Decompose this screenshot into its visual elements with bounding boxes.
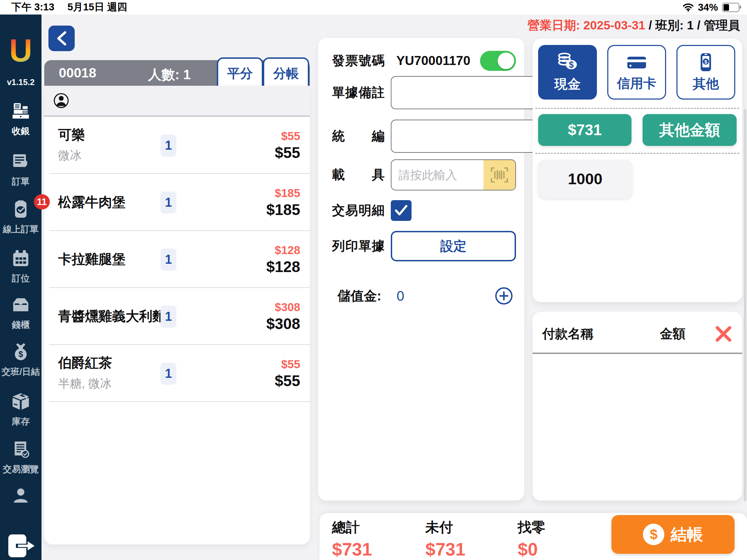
reservation-calendar-icon (11, 249, 30, 270)
item-qty[interactable]: 1 (160, 192, 176, 214)
barcode-scan-button[interactable] (483, 160, 515, 190)
sidebar-item-label: 交易瀏覽 (3, 463, 39, 475)
business-date: 營業日期: 2025-03-31 (527, 18, 645, 32)
order-item-row[interactable]: 青醬燻雞義大利麵 1 $308 $308 (44, 288, 310, 345)
guest-row[interactable] (44, 86, 310, 117)
divider (533, 353, 742, 354)
sidebar-item-transactions[interactable]: 交易瀏覽 (0, 440, 42, 475)
item-total-price: $55 (275, 372, 300, 390)
sidebar: U v1.15.2 收銀 訂單 11 (0, 15, 42, 560)
sidebar-item-orders[interactable]: 訂單 (0, 152, 42, 188)
payment-method-cash[interactable]: $ 現金 (538, 45, 597, 100)
other-payment-icon: $ (696, 52, 716, 72)
checkout-label: 結帳 (671, 524, 703, 545)
sidebar-item-reservations[interactable]: 訂位 (0, 249, 42, 284)
inventory-box-icon (11, 392, 30, 413)
change-value: $0 (518, 539, 545, 560)
cash-coins-icon: $ (556, 52, 579, 73)
transaction-detail-checkbox[interactable] (391, 200, 412, 221)
unpaid-value: $731 (425, 539, 465, 560)
item-unit-price: $55 (281, 130, 300, 143)
sidebar-item-online-orders[interactable]: 11 線上訂單 (0, 200, 42, 235)
payment-method-other[interactable]: $ 其他 (676, 45, 735, 100)
payment-method-label: 現金 (554, 75, 581, 93)
dollar-circle-icon: $ (643, 524, 664, 545)
sidebar-item-cash-drawer[interactable]: 錢櫃 (0, 295, 42, 331)
invoice-number-label: 發票號碼 (332, 52, 385, 69)
order-item-row[interactable]: 伯爵紅茶 半糖, 微冰 1 $55 $55 (44, 345, 310, 402)
clear-payments-button[interactable] (714, 325, 732, 343)
item-total-price: $128 (266, 258, 300, 276)
chevron-left-icon (56, 31, 67, 46)
item-total-price: $55 (275, 144, 300, 161)
sidebar-item-label: 錢櫃 (12, 319, 30, 331)
transaction-detail-label: 交易明細 (332, 202, 385, 219)
dashed-divider (535, 153, 739, 154)
item-qty[interactable]: 1 (160, 249, 176, 271)
sidebar-item-inventory[interactable]: 庫存 (0, 392, 42, 428)
back-button[interactable] (48, 26, 75, 51)
check-icon (394, 205, 408, 216)
app-version: v1.15.2 (0, 77, 42, 87)
tab-split-evenly[interactable]: 平分 (217, 57, 263, 88)
app-logo: U (0, 35, 42, 66)
carrier-label: 載具 (332, 166, 385, 184)
order-item-row[interactable]: 可樂 微冰 1 $55 $55 (44, 117, 310, 174)
cash-register-icon (11, 102, 30, 122)
item-qty[interactable]: 1 (160, 134, 176, 157)
sidebar-item-label: 訂單 (12, 176, 30, 188)
print-receipt-label: 列印單據 (332, 237, 385, 255)
sidebar-item-label: 訂位 (12, 272, 30, 284)
shift-info: / 班別: 1 / 管理員 (645, 18, 740, 32)
invoice-toggle[interactable] (480, 51, 516, 71)
payment-methods-card: $ 現金 信用卡 $ 其他 $731 其他金額 1000 (533, 39, 742, 302)
item-note: 半糖, 微冰 (58, 376, 310, 392)
svg-text:$: $ (704, 59, 708, 65)
guest-avatar-icon (53, 93, 69, 109)
tab-split-bill[interactable]: 分帳 (263, 57, 309, 88)
item-unit-price: $55 (281, 358, 300, 371)
battery-percent: 34% (698, 2, 718, 13)
payment-method-credit-card[interactable]: 信用卡 (607, 45, 666, 100)
sidebar-item-logout[interactable] (0, 534, 42, 559)
plus-circle-icon (495, 287, 513, 305)
order-item-row[interactable]: 松露牛肉堡 1 $185 $185 (44, 174, 310, 231)
stored-value: 0 (397, 288, 404, 304)
item-name: 可樂 (58, 127, 169, 143)
order-item-row[interactable]: 卡拉雞腿堡 1 $128 $128 (44, 231, 310, 288)
payment-method-label: 其他 (693, 75, 719, 93)
other-amount-button[interactable]: 其他金額 (643, 114, 737, 146)
online-orders-badge: 11 (34, 194, 50, 209)
sidebar-item-account[interactable] (0, 487, 42, 505)
payment-list-card: 付款名稱 金額 (533, 312, 742, 501)
payment-amount-header: 金額 (660, 325, 685, 343)
wifi-icon (683, 3, 694, 12)
sidebar-item-label: 收銀 (12, 125, 30, 137)
item-qty[interactable]: 1 (160, 363, 176, 385)
item-name: 青醬燻雞義大利麵 (58, 309, 169, 324)
order-item-list: 可樂 微冰 1 $55 $55 松露牛肉堡 1 $185 $185 卡拉雞腿堡 … (44, 86, 310, 544)
add-stored-value-button[interactable] (495, 287, 513, 305)
item-unit-price: $128 (275, 244, 300, 257)
close-x-icon (714, 325, 732, 343)
invoice-options-card: 發票號碼 YU70001170 單據備註 統編 載具 (318, 38, 524, 501)
item-qty[interactable]: 1 (160, 306, 176, 328)
item-name: 卡拉雞腿堡 (58, 252, 169, 267)
item-total-price: $185 (266, 201, 300, 218)
summary-bar: 總計 $731 未付 $731 找零 $0 $ 結帳 (320, 513, 747, 560)
scrollbar[interactable] (744, 109, 746, 501)
stored-value-label: 儲值金: (338, 287, 381, 305)
print-settings-button[interactable]: 設定 (391, 231, 516, 261)
sidebar-item-shift-close[interactable]: $ 交班/日結 (0, 342, 42, 378)
item-name: 伯爵紅茶 (58, 355, 169, 371)
item-name: 松露牛肉堡 (58, 195, 169, 210)
credit-card-icon (626, 53, 648, 72)
item-unit-price: $185 (275, 187, 300, 200)
sidebar-item-cashier[interactable]: 收銀 (0, 102, 42, 137)
checkout-button[interactable]: $ 結帳 (611, 515, 735, 554)
total-value: $731 (332, 539, 372, 560)
denomination-1000-button[interactable]: 1000 (538, 160, 632, 198)
exact-amount-button[interactable]: $731 (538, 114, 631, 146)
item-total-price: $308 (266, 315, 300, 333)
online-order-icon: 11 (11, 200, 30, 221)
